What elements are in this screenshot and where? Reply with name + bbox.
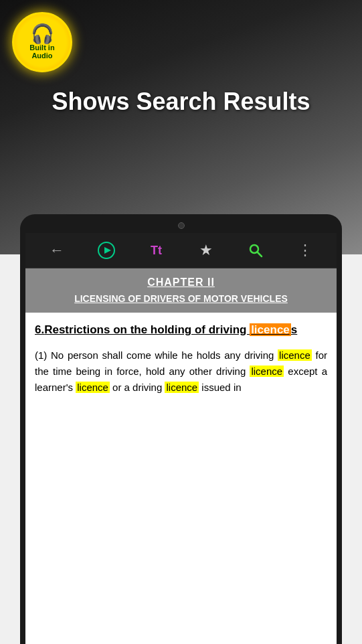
text-size-button[interactable]: Tt xyxy=(144,238,168,262)
highlight-licence-4: licence xyxy=(165,382,199,393)
highlight-licence-2: licence xyxy=(250,366,284,377)
back-button[interactable]: ← xyxy=(45,238,69,262)
chapter-subtitle: LICENSING OF DRIVERS OF MOTOR VEHICLES xyxy=(36,293,326,305)
chapter-header: CHAPTER II LICENSING OF DRIVERS OF MOTOR… xyxy=(25,268,337,313)
highlight-licence-1: licence xyxy=(278,349,312,361)
book-content: CHAPTER II LICENSING OF DRIVERS OF MOTOR… xyxy=(25,268,337,644)
camera-dot xyxy=(178,222,185,229)
search-button[interactable] xyxy=(244,238,268,262)
title-area: Shows Search Results xyxy=(0,87,362,116)
svg-marker-1 xyxy=(104,247,111,254)
section-number: 6. xyxy=(35,323,44,336)
toolbar: ← Tt ★ ⋮ xyxy=(25,233,337,268)
bookmark-button[interactable]: ★ xyxy=(194,238,218,262)
svg-line-3 xyxy=(257,252,262,257)
chapter-title: CHAPTER II xyxy=(36,276,326,289)
audio-badge: 🎧 Built inAudio xyxy=(12,12,72,72)
highlight-licence-3: licence xyxy=(76,382,110,393)
play-button[interactable] xyxy=(94,238,118,262)
more-button[interactable]: ⋮ xyxy=(293,238,317,262)
device-frame: ← Tt ★ ⋮ CHAPTER II LICENSING xyxy=(20,214,342,644)
body-text: (1) No person shall come while he holds … xyxy=(25,343,337,400)
badge-text: Built inAudio xyxy=(29,44,54,60)
headphone-icon: 🎧 xyxy=(31,25,54,44)
heading-highlight: licence xyxy=(250,323,291,336)
section-heading: 6.Restrictions on the holding of driving… xyxy=(25,313,337,343)
page-title: Shows Search Results xyxy=(0,87,362,116)
